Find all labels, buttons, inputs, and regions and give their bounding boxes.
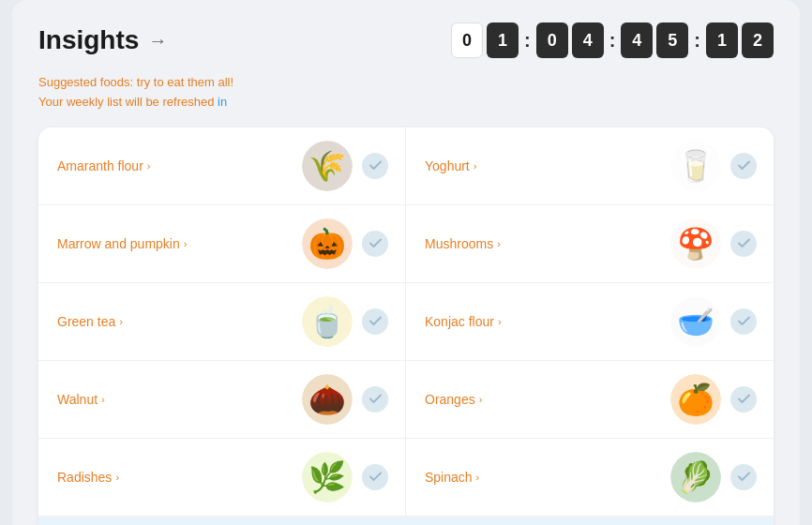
subtitle-area: Suggested foods: try to eat them all! Yo… xyxy=(38,73,774,112)
page-title: Insights xyxy=(38,25,139,55)
food-name-label: Konjac flour › xyxy=(425,314,661,329)
checkmark-icon xyxy=(369,159,382,172)
food-check-icon[interactable] xyxy=(362,386,388,412)
digit-3-1: 2 xyxy=(742,22,774,58)
checkmark-icon xyxy=(369,393,382,405)
food-chevron-icon: › xyxy=(476,472,480,483)
foods-grid: Amaranth flour ›🌾Yoghurt ›🥛Marrow and pu… xyxy=(38,128,774,517)
food-image: 🥛 xyxy=(670,141,721,191)
food-chevron-icon: › xyxy=(184,238,188,249)
food-name-label: Marrow and pumpkin › xyxy=(57,236,293,251)
food-name-label: Radishes › xyxy=(57,470,293,485)
digit-3-0: 1 xyxy=(706,22,738,58)
food-item[interactable]: Marrow and pumpkin ›🎃 xyxy=(38,205,406,283)
food-visual-icon: 🥬 xyxy=(670,452,721,502)
food-item[interactable]: Amaranth flour ›🌾 xyxy=(38,128,406,205)
digit-0-1: 1 xyxy=(487,22,519,58)
food-image: 🌾 xyxy=(302,141,353,191)
food-check-icon[interactable] xyxy=(730,386,757,412)
subtitle-line1: Suggested foods: try to eat them all! xyxy=(38,73,774,93)
title-area: Insights → xyxy=(38,25,167,55)
food-name-label: Mushrooms › xyxy=(425,236,661,251)
foods-card: Amaranth flour ›🌾Yoghurt ›🥛Marrow and pu… xyxy=(38,128,774,525)
checkmark-icon xyxy=(369,471,382,483)
food-chevron-icon: › xyxy=(479,394,483,405)
checkmark-icon xyxy=(369,315,382,327)
food-item[interactable]: Green tea ›🍵 xyxy=(38,283,406,361)
checkmark-icon xyxy=(738,471,750,483)
footer-row[interactable]: Can influence 0 traits › xyxy=(38,517,774,525)
main-container: Insights → 01:04:45:12 Suggested foods: … xyxy=(12,0,800,525)
digit-1-1: 4 xyxy=(572,22,604,58)
food-visual-icon: 🥣 xyxy=(670,296,721,347)
food-visual-icon: 🌿 xyxy=(302,452,353,502)
food-visual-icon: 🌰 xyxy=(302,374,353,425)
food-visual-icon: 🍄 xyxy=(670,218,721,269)
food-item[interactable]: Yoghurt ›🥛 xyxy=(406,128,774,205)
food-check-icon[interactable] xyxy=(730,231,757,257)
subtitle-line2: Your weekly list will be refreshed in xyxy=(38,93,774,112)
food-visual-icon: 🌾 xyxy=(302,141,353,191)
food-chevron-icon: › xyxy=(119,316,123,327)
food-image: 🌰 xyxy=(302,374,353,425)
food-visual-icon: 🥛 xyxy=(670,141,721,191)
food-image: 🍊 xyxy=(670,374,721,425)
digit-2-0: 4 xyxy=(621,22,653,58)
insights-arrow-icon[interactable]: → xyxy=(148,30,167,52)
food-item[interactable]: Konjac flour ›🥣 xyxy=(406,283,774,361)
food-chevron-icon: › xyxy=(474,160,477,172)
food-check-icon[interactable] xyxy=(362,464,388,490)
food-name-label: Spinach › xyxy=(425,470,661,485)
timer-colon-icon: : xyxy=(524,30,531,52)
timer-colon-icon: : xyxy=(609,30,616,52)
food-image: 🥬 xyxy=(670,452,721,502)
food-chevron-icon: › xyxy=(115,472,119,483)
food-check-icon[interactable] xyxy=(362,153,388,179)
checkmark-icon xyxy=(738,315,750,327)
food-name-label: Amaranth flour › xyxy=(57,158,293,173)
food-name-label: Green tea › xyxy=(57,314,293,329)
food-item[interactable]: Spinach ›🥬 xyxy=(406,439,774,517)
food-check-icon[interactable] xyxy=(730,308,757,335)
checkmark-icon xyxy=(738,159,750,172)
food-check-icon[interactable] xyxy=(362,308,388,335)
checkmark-icon xyxy=(369,237,382,249)
food-visual-icon: 🎃 xyxy=(302,218,353,269)
food-check-icon[interactable] xyxy=(730,153,757,179)
timer-area: 01:04:45:12 xyxy=(451,22,774,58)
food-check-icon[interactable] xyxy=(362,231,388,257)
food-check-icon[interactable] xyxy=(730,464,757,490)
food-item[interactable]: Oranges ›🍊 xyxy=(406,361,774,439)
food-image: 🍵 xyxy=(302,296,353,347)
digit-2-1: 5 xyxy=(656,22,688,58)
food-chevron-icon: › xyxy=(497,238,501,249)
food-chevron-icon: › xyxy=(101,394,105,405)
header-row: Insights → 01:04:45:12 xyxy=(38,22,774,58)
food-item[interactable]: Walnut ›🌰 xyxy=(38,361,406,439)
timer-colon-icon: : xyxy=(694,30,700,52)
food-name-label: Walnut › xyxy=(57,392,293,407)
food-item[interactable]: Mushrooms ›🍄 xyxy=(406,205,774,283)
food-image: 🌿 xyxy=(302,452,353,502)
food-name-label: Yoghurt › xyxy=(425,158,661,173)
food-image: 🍄 xyxy=(670,218,721,269)
food-visual-icon: 🍵 xyxy=(302,296,353,347)
digit-0-0: 0 xyxy=(451,22,483,58)
checkmark-icon xyxy=(738,237,750,249)
food-item[interactable]: Radishes ›🌿 xyxy=(38,439,406,517)
food-visual-icon: 🍊 xyxy=(670,374,721,425)
checkmark-icon xyxy=(738,393,750,405)
food-name-label: Oranges › xyxy=(425,392,661,407)
food-image: 🥣 xyxy=(670,296,721,347)
food-image: 🎃 xyxy=(302,218,353,269)
food-chevron-icon: › xyxy=(147,160,151,172)
food-chevron-icon: › xyxy=(498,316,502,327)
digit-1-0: 0 xyxy=(536,22,568,58)
